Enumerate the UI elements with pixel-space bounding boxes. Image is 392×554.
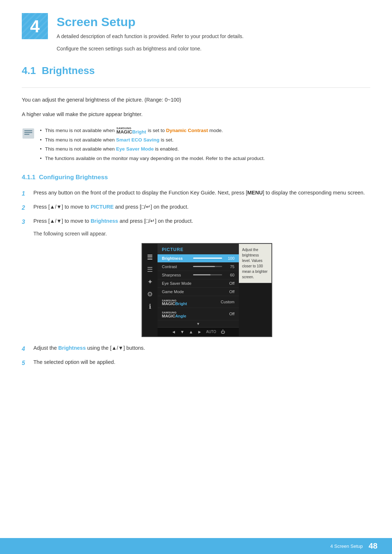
- brightness-track: [193, 258, 222, 259]
- screen-nav-bar: ◄ ▼ ▲ ► AUTO ⏻: [158, 327, 239, 336]
- chapter-number-box: 4: [22, 13, 48, 39]
- menu-sharpness-label: Sharpness: [162, 273, 181, 277]
- chapter-title: Screen Setup: [57, 15, 244, 29]
- step-1: 1 Press any button on the front of the p…: [22, 188, 370, 199]
- picture-label: PICTURE: [91, 204, 114, 210]
- nav-up-icon: ▲: [189, 329, 193, 335]
- menu-screenshot: ☰ ☰ ✦ ⚙ ℹ PICTURE Brightness: [44, 243, 370, 337]
- brightness-bar: 100: [193, 256, 234, 260]
- note-2: This menu is not available when Smart EC…: [40, 136, 265, 144]
- brightness-value: 100: [224, 256, 234, 260]
- menu-contrast-label: Contrast: [162, 264, 177, 269]
- brightness-label-step3: Brightness: [91, 218, 118, 224]
- subsection-411-number: 4.1.1: [22, 174, 36, 181]
- step-4-num: 4: [22, 344, 31, 354]
- screen-sidebar: ☰ ☰ ✦ ⚙ ℹ: [142, 244, 158, 336]
- notes-list: This menu is not available when SAMSUNG …: [40, 126, 265, 164]
- step-1-text: Press any button on the front of the pro…: [33, 188, 370, 197]
- menu-game-mode-label: Game Mode: [162, 290, 184, 294]
- brightness-fill: [193, 258, 222, 259]
- samsung-magic-bright-brand: SAMSUNG MAGICBright: [117, 127, 146, 135]
- footer-page-number: 48: [369, 541, 377, 551]
- svg-rect-0: [23, 128, 34, 139]
- chapter-title-block: Screen Setup A detailed description of e…: [48, 13, 244, 53]
- svg-rect-3: [24, 134, 29, 135]
- sidebar-icon-info: ℹ: [149, 303, 151, 310]
- menu-row-contrast: Contrast 75: [158, 263, 239, 271]
- subsection-411-heading: 4.1.1 Configuring Brightness: [22, 174, 370, 181]
- menu-scroll-arrow: ▼: [158, 320, 239, 327]
- step-2-num: 2: [22, 203, 31, 213]
- menu-eye-saver-label: Eye Saver Mode: [162, 281, 191, 286]
- contrast-bar: 75: [193, 264, 234, 269]
- steps-list-2: 4 Adjust the Brightness using the [▲/▼] …: [22, 344, 370, 368]
- sidebar-icon-brightness: ☰: [147, 254, 153, 260]
- chapter-desc2: Configure the screen settings such as br…: [57, 45, 244, 53]
- step-5: 5 The selected option will be applied.: [22, 358, 370, 368]
- section-41-number: 4.1: [22, 65, 36, 76]
- step-5-text: The selected option will be applied.: [33, 358, 370, 367]
- screen-menu: PICTURE Brightness 100: [158, 244, 239, 336]
- step-1-num: 1: [22, 189, 31, 199]
- step-2: 2 Press [▲/▼] to move to PICTURE and pre…: [22, 202, 370, 213]
- sharpness-track: [193, 274, 222, 275]
- dynamic-contrast-label: Dynamic Contrast: [166, 128, 208, 133]
- menu-magic-bright-label: SAMSUNG MAGICBright: [162, 298, 187, 306]
- section-divider: [22, 87, 370, 88]
- nav-power-icon: ⏻: [221, 329, 225, 335]
- samsung-label-angle: SAMSUNG MAGICAngle: [162, 311, 186, 318]
- magic-angle-value: Off: [224, 312, 234, 316]
- eye-saver-label: Eye Saver Mode: [116, 146, 154, 152]
- note-4: The functions available on the monitor m…: [40, 154, 265, 163]
- chapter-number: 4: [30, 16, 40, 36]
- sidebar-icon-gear: ⚙: [147, 291, 153, 297]
- nav-left-icon: ◄: [171, 329, 176, 335]
- nav-right-icon: ►: [197, 329, 202, 335]
- contrast-fill: [193, 266, 215, 267]
- section-41-title: Brightness: [42, 65, 95, 76]
- subsection-411-title: Configuring Brightness: [39, 174, 108, 181]
- menu-header-text: PICTURE: [162, 247, 184, 252]
- game-mode-value: Off: [224, 290, 234, 294]
- eye-saver-value: Off: [224, 281, 234, 286]
- screen-layout: ☰ ☰ ✦ ⚙ ℹ PICTURE Brightness: [142, 244, 271, 336]
- menu-row-eye-saver: Eye Saver Mode Off: [158, 279, 239, 288]
- note-3: This menu is not available when Eye Save…: [40, 145, 265, 153]
- step-5-num: 5: [22, 358, 31, 368]
- step-3-num: 3: [22, 217, 31, 227]
- down-arrow-icon: ▼: [196, 322, 200, 326]
- sidebar-icon-settings: ✦: [147, 279, 153, 285]
- brightness-para2: A higher value will make the picture app…: [22, 110, 370, 119]
- nav-down-icon: ▼: [180, 329, 184, 335]
- step-2-text: Press [▲/▼] to move to PICTURE and press…: [33, 202, 370, 212]
- menu-row-brightness: Brightness 100: [158, 254, 239, 263]
- step-4-text: Adjust the Brightness using the [▲/▼] bu…: [33, 344, 370, 353]
- steps-list: 1 Press any button on the front of the p…: [22, 188, 370, 227]
- notes-block: This menu is not available when SAMSUNG …: [22, 126, 370, 164]
- main-content: 4.1Brightness You can adjust the general…: [0, 65, 392, 401]
- menu-row-sharpness: Sharpness 60: [158, 271, 239, 279]
- magic-bright-value: Custom: [221, 300, 234, 304]
- contrast-value: 75: [224, 264, 234, 269]
- notes-icon: [22, 127, 35, 140]
- chapter-header: 4 Screen Setup A detailed description of…: [0, 0, 392, 53]
- nav-auto-label: AUTO: [206, 330, 216, 334]
- svg-rect-2: [24, 132, 32, 133]
- menu-brightness-label: Brightness: [162, 256, 183, 260]
- smart-eco-label: Smart ECO Saving: [116, 137, 159, 143]
- sidebar-icon-menu2: ☰: [147, 266, 153, 273]
- menu-header: PICTURE: [158, 244, 239, 254]
- brightness-para1: You can adjust the general brightness of…: [22, 95, 370, 104]
- chapter-desc1: A detailed description of each function …: [57, 32, 244, 41]
- menu-row-magic-angle: SAMSUNG MAGICAngle Off: [158, 308, 239, 320]
- sharpness-value: 60: [224, 273, 234, 277]
- contrast-track: [193, 266, 222, 267]
- step-4: 4 Adjust the Brightness using the [▲/▼] …: [22, 344, 370, 354]
- screen-tooltip: Adjust the brightness level. Values clos…: [239, 244, 271, 283]
- page-footer: 4 Screen Setup 48: [0, 538, 392, 554]
- footer-section-label: 4 Screen Setup: [330, 543, 363, 549]
- step-3-text: Press [▲/▼] to move to Brightness and pr…: [33, 217, 370, 226]
- menu-row-magic-bright: SAMSUNG MAGICBright Custom: [158, 296, 239, 308]
- samsung-label-bright: SAMSUNG MAGICBright: [162, 299, 187, 306]
- menu-row-game-mode: Game Mode Off: [158, 288, 239, 296]
